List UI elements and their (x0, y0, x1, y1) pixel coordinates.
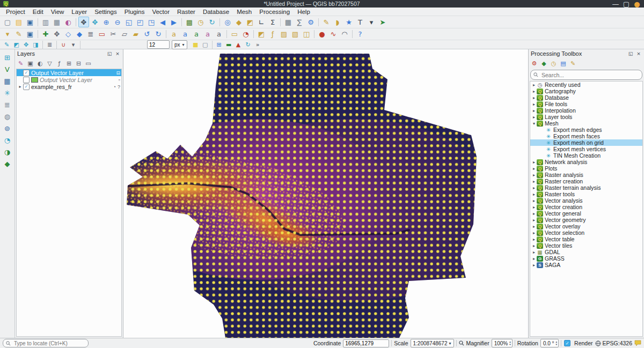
invert-selection[interactable]: ◫ (301, 29, 312, 40)
toolbox-item-saga[interactable]: ▸SSAGA (530, 262, 642, 268)
toolbox-item-recently-used[interactable]: ▸◷Recently used (530, 82, 642, 88)
toolbox-item-mesh[interactable]: ▾QMesh (530, 120, 642, 127)
toolbox-item-gdal[interactable]: ▸▦GDAL (530, 249, 642, 255)
tree-expand-arrow[interactable]: ▸ (531, 115, 537, 120)
add-feature[interactable]: ✚ (40, 29, 51, 40)
label-font-size-input[interactable] (147, 40, 170, 49)
layer-badge[interactable]: ◔ (113, 84, 116, 90)
zoom-next[interactable]: ▶ (169, 17, 179, 27)
layout-manager[interactable]: ▦ (52, 17, 62, 27)
move-label[interactable]: a (191, 29, 202, 40)
layer-expand-arrow[interactable]: ▸ (18, 84, 23, 89)
layer-visibility-checkbox[interactable]: ✓ (23, 84, 30, 90)
new-geopackage-layer[interactable]: ◆ (2, 159, 13, 169)
refresh-map[interactable]: ↻ (207, 17, 217, 27)
zoom-to-selection[interactable]: ◰ (135, 17, 145, 27)
toolbox-item-raster-terrain-analysis[interactable]: ▸QRaster terrain analysis (530, 184, 642, 191)
add-group[interactable]: ▣ (26, 59, 35, 68)
multiedit-attributes[interactable]: ≣ (85, 29, 96, 40)
tree-expand-arrow[interactable]: ▸ (531, 237, 537, 242)
float-panel-button[interactable]: ◱ (106, 51, 113, 56)
add-wms-layer[interactable]: ◔ (2, 135, 13, 145)
render-checkbox[interactable]: ✓ (564, 340, 570, 346)
digitize-curve[interactable]: ● (317, 29, 327, 40)
menu-layer[interactable]: Layer (68, 8, 91, 16)
new-bookmark[interactable]: ★ (343, 17, 354, 27)
move-feature[interactable]: ✥ (52, 29, 62, 40)
data-source-manager[interactable]: ⊞ (2, 53, 13, 63)
select-features[interactable]: ◩ (245, 17, 255, 27)
snapping-toggle[interactable]: ∪ (59, 40, 68, 49)
help-contents[interactable]: ? (355, 29, 365, 40)
messages-icon[interactable] (634, 340, 641, 346)
tree-expand-arrow[interactable]: ▸ (531, 192, 537, 197)
menu-database[interactable]: Database (199, 8, 233, 16)
new-3d-map-view[interactable]: ▩ (184, 17, 195, 27)
toolbox-item-vector-geometry[interactable]: ▸QVector geometry (530, 217, 642, 223)
vertex-tool[interactable]: ◇ (63, 29, 74, 40)
style-manager[interactable]: ◐ (63, 17, 74, 27)
pan-to-selection[interactable]: ✥ (90, 17, 100, 27)
spinner-arrows[interactable]: ▴ ▾ (556, 340, 558, 346)
locate-box[interactable] (3, 339, 89, 347)
identify-features[interactable]: ◎ (222, 17, 233, 27)
refresh-attributes[interactable]: ↻ (244, 40, 253, 49)
layer-row-output-vector-layer[interactable]: Output Vector Layer▫ (17, 76, 121, 83)
toolbox-search-box[interactable] (530, 70, 642, 80)
crs-indicator[interactable]: EPSG:4326 (595, 340, 632, 346)
menu-mesh[interactable]: Mesh (233, 8, 255, 16)
menu-help[interactable]: Help (294, 8, 314, 16)
tree-expand-arrow[interactable]: ▸ (531, 179, 537, 184)
menu-processing[interactable]: Processing (255, 8, 294, 16)
rotate-label[interactable]: a (202, 29, 213, 40)
pin-labels[interactable]: a (169, 29, 179, 40)
toolbox-item-raster-analysis[interactable]: ▸QRaster analysis (530, 172, 642, 178)
new-print-layout[interactable]: ▥ (40, 17, 51, 27)
layer-visibility-checkbox[interactable] (23, 77, 30, 83)
statistical-summary[interactable]: Σ (267, 17, 278, 27)
tree-expand-arrow[interactable]: ▸ (531, 95, 537, 100)
layer-badge[interactable]: ▫ (119, 77, 120, 83)
toolbox-item-export-mesh-on-grid[interactable]: ✳Export mesh on grid (530, 139, 642, 146)
digitize-mesh[interactable]: ✎ (2, 40, 11, 49)
tree-expand-arrow[interactable]: ▸ (531, 173, 537, 177)
add-delimited-text-layer[interactable]: ≣ (2, 100, 13, 110)
toolbox-item-vector-creation[interactable]: ▸QVector creation (530, 204, 642, 210)
tree-expand-arrow[interactable]: ▸ (531, 166, 537, 171)
zoom-out[interactable]: ⊖ (112, 17, 123, 27)
toolbox-search-input[interactable] (540, 71, 639, 79)
toolbox-item-vector-overlay[interactable]: ▸QVector overlay (530, 223, 642, 229)
open-project[interactable]: ▤ (13, 17, 24, 27)
copy-features[interactable]: ▱ (119, 29, 130, 40)
results-viewer[interactable]: ▤ (559, 59, 568, 68)
map-canvas[interactable] (123, 49, 528, 338)
toolbox-item-layer-tools[interactable]: ▸QLayer tools (530, 114, 642, 120)
menu-plugins[interactable]: Plugins (121, 8, 149, 16)
annotation-dropdown[interactable]: ▾ (366, 17, 377, 27)
tree-expand-arrow[interactable]: ▸ (531, 186, 537, 190)
add-wfs-layer[interactable]: ◑ (2, 147, 13, 157)
toolbox-item-export-mesh-vertices[interactable]: ✳Export mesh vertices (530, 146, 642, 152)
processing-toolbox[interactable]: ⚙ (305, 17, 316, 27)
select-all[interactable]: ▧ (290, 29, 301, 40)
toolbox-item-interpolation[interactable]: ▸QInterpolation (530, 107, 642, 114)
decoration-scalebar[interactable]: ▬ (224, 40, 233, 49)
redo[interactable]: ↻ (153, 29, 164, 40)
zoom-last[interactable]: ◀ (157, 17, 168, 27)
attribute-table[interactable]: ▦ (283, 17, 294, 27)
decoration-north-arrow[interactable]: ▲ (234, 40, 243, 49)
run-feature-action[interactable]: ◆ (233, 17, 244, 27)
layer-visibility-checkbox[interactable]: ✓ (23, 70, 30, 76)
scale-combo[interactable]: 1:2008748672 ▾ (411, 339, 454, 347)
cut-features[interactable]: ✂ (108, 29, 119, 40)
label-unit-combo[interactable]: px ▾ (172, 40, 187, 49)
tree-expand-arrow[interactable]: ▸ (531, 102, 537, 107)
add-raster-layer[interactable]: ▦ (2, 76, 13, 86)
toolbox-item-vector-selection[interactable]: ▸QVector selection (530, 229, 642, 236)
deselect-all[interactable]: ▨ (279, 29, 289, 40)
layer-badge[interactable]: ⊟ (116, 70, 120, 76)
tree-expand-arrow[interactable]: ▸ (531, 243, 537, 248)
zoom-to-layer[interactable]: ◳ (146, 17, 157, 27)
toolbox-item-export-mesh-edges[interactable]: ✳Export mesh edges (530, 127, 642, 133)
tree-expand-arrow[interactable]: ▾ (531, 121, 537, 126)
